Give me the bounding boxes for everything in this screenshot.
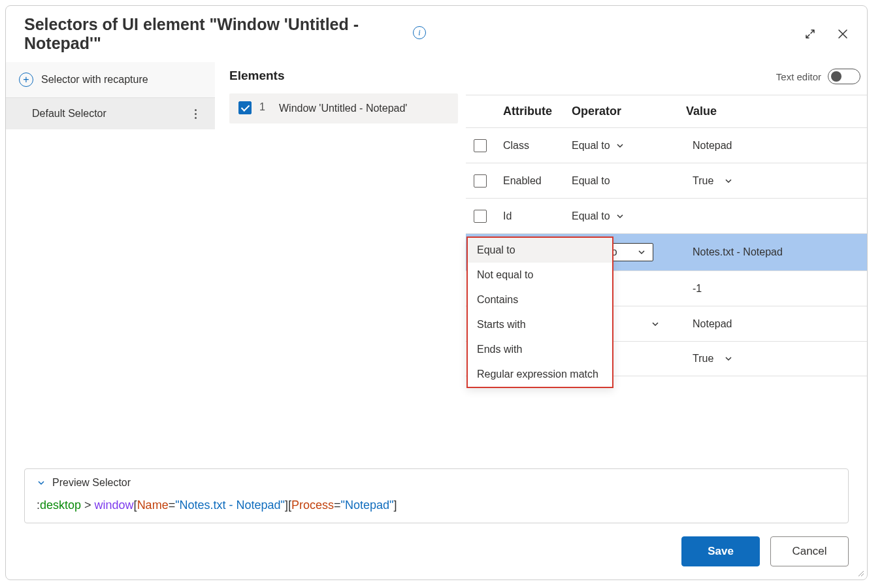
element-label: Window 'Untitled - Notepad' — [279, 101, 407, 116]
operator-option[interactable]: Ends with — [468, 337, 612, 362]
sidebar-item-label: Default Selector — [32, 108, 106, 120]
attr-operator-select[interactable]: Equal to — [572, 140, 686, 152]
cancel-button[interactable]: Cancel — [770, 536, 849, 566]
attr-name: Class — [503, 140, 572, 152]
preview-label: Preview Selector — [52, 477, 131, 489]
attr-checkbox[interactable] — [474, 174, 487, 188]
attr-row-class[interactable]: Class Equal to Notepad — [466, 127, 867, 163]
info-icon[interactable]: i — [413, 26, 426, 39]
attr-name: Id — [503, 210, 572, 222]
col-value: Value — [686, 105, 859, 118]
attr-row-enabled[interactable]: Enabled Equal to True — [466, 163, 867, 198]
text-editor-label: Text editor — [776, 71, 821, 82]
chevron-down-icon — [637, 248, 646, 257]
chevron-down-icon — [651, 319, 660, 329]
attr-value[interactable]: True — [686, 353, 859, 365]
resize-grip-icon[interactable] — [857, 569, 864, 577]
chevron-down-icon — [615, 141, 625, 150]
col-attribute: Attribute — [503, 105, 572, 118]
sidebar-item-default-selector[interactable]: Default Selector — [6, 98, 215, 129]
elements-column: Elements 1 Window 'Untitled - Notepad' — [215, 62, 463, 468]
text-editor-toggle[interactable] — [828, 69, 860, 84]
plus-circle-icon: + — [19, 73, 33, 87]
selector-builder-window: Selectors of UI element "Window 'Untitle… — [5, 5, 868, 580]
elements-heading: Elements — [229, 69, 284, 83]
attr-checkbox[interactable] — [474, 210, 487, 223]
attr-value[interactable]: Notes.txt - Notepad — [686, 246, 859, 258]
footer: Save Cancel — [6, 534, 867, 580]
chevron-down-icon — [724, 354, 733, 363]
attr-operator-select[interactable]: Equal to — [572, 175, 686, 187]
operator-option[interactable]: Contains — [468, 287, 612, 312]
operator-option[interactable]: Equal to — [468, 238, 612, 263]
preview-panel: Preview Selector :desktop > window[Name=… — [24, 468, 849, 523]
element-row[interactable]: 1 Window 'Untitled - Notepad' — [229, 93, 458, 123]
operator-option[interactable]: Not equal to — [468, 263, 612, 287]
attr-value[interactable]: True — [686, 175, 859, 187]
chevron-down-icon — [615, 212, 625, 221]
selector-with-recapture-button[interactable]: + Selector with recapture — [6, 62, 215, 98]
operator-option[interactable]: Regular expression match — [468, 362, 612, 387]
attr-value[interactable]: Notepad — [686, 140, 859, 152]
element-checkbox[interactable] — [238, 101, 252, 114]
element-index: 1 — [259, 101, 271, 113]
attr-row-id[interactable]: Id Equal to — [466, 198, 867, 233]
close-icon[interactable] — [837, 28, 849, 40]
attr-name: Enabled — [503, 175, 572, 187]
sidebar: + Selector with recapture Default Select… — [6, 62, 215, 468]
col-operator: Operator — [572, 105, 686, 118]
dialog-title: Selectors of UI element "Window 'Untitle… — [24, 15, 402, 53]
attr-checkbox[interactable] — [474, 139, 487, 152]
expand-icon[interactable] — [804, 28, 816, 40]
operator-dropdown: Equal to Not equal to Contains Starts wi… — [466, 237, 613, 388]
attr-value[interactable]: Notepad — [686, 318, 859, 330]
operator-option[interactable]: Starts with — [468, 312, 612, 337]
sidebar-action-label: Selector with recapture — [41, 74, 148, 86]
preview-toggle[interactable]: Preview Selector — [37, 477, 836, 489]
kebab-menu-icon[interactable] — [195, 109, 201, 119]
chevron-down-icon — [724, 176, 733, 186]
save-button[interactable]: Save — [681, 536, 760, 566]
selector-preview-text: :desktop > window[Name="Notes.txt - Note… — [37, 498, 836, 512]
dialog-body: + Selector with recapture Default Select… — [6, 62, 867, 468]
attr-operator-select[interactable]: Equal to — [572, 210, 686, 222]
attr-value[interactable]: -1 — [686, 283, 859, 295]
attributes-header-row: Attribute Operator Value — [466, 95, 867, 127]
attributes-column: Text editor Attribute Operator Value Cla… — [463, 62, 867, 468]
titlebar: Selectors of UI element "Window 'Untitle… — [6, 6, 867, 62]
chevron-down-icon — [37, 478, 46, 487]
